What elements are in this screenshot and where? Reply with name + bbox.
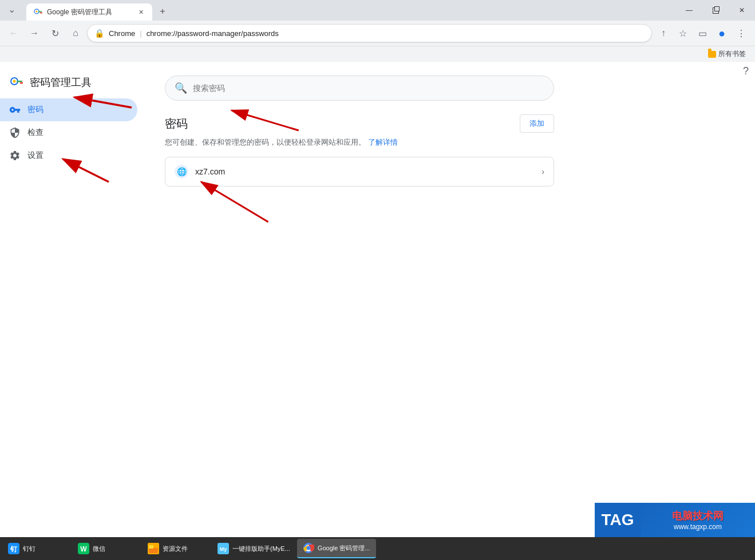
wechat-icon: W xyxy=(78,543,89,554)
explorer-label: 资源文件 xyxy=(163,545,188,553)
help-button[interactable]: ? xyxy=(737,62,755,80)
svg-rect-20 xyxy=(149,545,153,549)
chrome-taskbar-label: Google 密码管理... xyxy=(318,544,370,553)
dingtalk-icon: 钉 xyxy=(8,543,19,554)
svg-text:W: W xyxy=(80,545,87,553)
key-nav-icon xyxy=(9,104,21,116)
bookmarks-folder-label: 所有书签 xyxy=(718,49,746,59)
watermark-tag-box: TAG xyxy=(595,503,641,537)
taskbar-chrome[interactable]: Google 密码管理... xyxy=(297,539,376,558)
dingtalk-label: 钉钉 xyxy=(23,545,35,553)
explorer-icon xyxy=(148,543,159,554)
myexplorer-icon: My xyxy=(218,543,229,554)
section-header: 密码 添加 xyxy=(165,114,554,133)
minimize-icon xyxy=(686,6,693,14)
sidebar-item-passwords[interactable]: 密码 xyxy=(0,98,137,121)
address-url: chrome://password-manager/passwords xyxy=(147,29,645,38)
active-tab[interactable]: Google 密码管理工具 ✕ xyxy=(26,3,152,21)
wechat-label: 微信 xyxy=(93,545,105,553)
address-bar[interactable]: 🔒 Chrome | chrome://password-manager/pas… xyxy=(87,24,652,42)
new-tab-button[interactable]: + xyxy=(155,3,171,19)
svg-point-25 xyxy=(306,546,310,550)
bookmark-icon: ☆ xyxy=(679,28,687,39)
chrome-content: 密码管理工具 密码 检查 设置 xyxy=(0,62,755,537)
svg-point-1 xyxy=(36,11,38,13)
gear-nav-icon xyxy=(9,150,21,161)
tab-strip-chevron[interactable]: ⌄ xyxy=(2,0,21,18)
taskbar-dingtalk[interactable]: 钉 钉钉 xyxy=(2,539,71,558)
learn-more-link[interactable]: 了解详情 xyxy=(368,138,398,146)
sidebar-icon: ▭ xyxy=(698,28,707,39)
taskbar-explorer[interactable]: 资源文件 xyxy=(142,539,211,558)
taskbar-myexplorer[interactable]: My 一键排版助手(MyE... xyxy=(212,539,296,558)
chrome-taskbar-icon xyxy=(303,542,314,554)
svg-rect-4 xyxy=(41,13,42,14)
search-bar[interactable]: 🔍 xyxy=(165,76,554,101)
sidebar-settings-label: 设置 xyxy=(27,150,44,161)
svg-rect-19 xyxy=(149,548,158,553)
bookmark-button[interactable]: ☆ xyxy=(674,24,692,42)
shield-nav-icon xyxy=(9,127,21,138)
restore-button[interactable] xyxy=(702,0,729,21)
sidebar-checkup-label: 检查 xyxy=(27,128,44,138)
description-text: 您可创建、保存和管理您的密码，以便轻松登录网站和应用。 了解详情 xyxy=(165,137,737,148)
forward-icon: → xyxy=(30,28,39,38)
reload-icon: ↻ xyxy=(52,28,59,39)
sidebar-item-settings[interactable]: 设置 xyxy=(0,144,137,167)
menu-button[interactable]: ⋮ xyxy=(732,24,750,42)
svg-rect-3 xyxy=(40,13,41,14)
add-button[interactable]: 添加 xyxy=(520,114,554,133)
back-icon: ← xyxy=(9,28,18,38)
folder-icon xyxy=(708,51,716,58)
password-manager-logo-icon xyxy=(9,76,23,89)
sidebar-logo-text: 密码管理工具 xyxy=(30,76,92,89)
back-button[interactable]: ← xyxy=(5,24,23,42)
site-favicon: 🌐 xyxy=(175,165,188,178)
addressbar-actions: ↑ ☆ ▭ ● ⋮ xyxy=(654,24,750,42)
sidebar-logo: 密码管理工具 xyxy=(0,71,147,98)
tab-favicon xyxy=(33,7,42,17)
watermark-site-box: 电脑技术网 www.tagxp.com xyxy=(641,503,755,537)
close-button[interactable] xyxy=(729,0,755,21)
home-icon: ⌂ xyxy=(73,28,78,38)
reload-button[interactable]: ↻ xyxy=(46,24,64,42)
taskbar: 钉 钉钉 W 微信 资源文件 My xyxy=(0,537,755,560)
watermark-site-url: www.tagxp.com xyxy=(674,523,722,531)
home-button[interactable]: ⌂ xyxy=(66,24,85,42)
tab-title: Google 密码管理工具 xyxy=(47,7,132,17)
svg-rect-9 xyxy=(22,82,23,84)
svg-rect-7 xyxy=(17,81,22,82)
menu-icon: ⋮ xyxy=(737,28,746,39)
site-name: xz7.com xyxy=(195,167,535,176)
entry-chevron-icon: › xyxy=(541,167,544,176)
search-input[interactable] xyxy=(193,84,544,93)
watermark-site-name: 电脑技术网 xyxy=(672,509,724,523)
svg-text:My: My xyxy=(220,546,227,552)
sidebar: 密码管理工具 密码 检查 设置 xyxy=(0,62,147,537)
profile-icon: ● xyxy=(718,27,725,40)
share-button[interactable]: ↑ xyxy=(654,24,673,42)
minimize-button[interactable] xyxy=(676,0,702,21)
password-entry-xz7[interactable]: 🌐 xz7.com › xyxy=(165,157,554,186)
lock-icon: 🔒 xyxy=(94,29,104,38)
sidebar-toggle-button[interactable]: ▭ xyxy=(693,24,711,42)
svg-rect-8 xyxy=(20,82,22,84)
search-icon: 🔍 xyxy=(175,82,187,94)
bookmarks-bar: 所有书签 xyxy=(0,46,755,62)
window-controls xyxy=(676,0,755,21)
forward-button[interactable]: → xyxy=(25,24,44,42)
main-content: 🔍 密码 添加 您可创建、保存和管理您的密码，以便轻松登录网站和应用。 了解详情… xyxy=(147,62,755,537)
address-separator: | xyxy=(140,29,141,38)
restore-icon xyxy=(713,7,719,14)
bookmarks-folder[interactable]: 所有书签 xyxy=(703,48,750,60)
addressbar: ← → ↻ ⌂ 🔒 Chrome | chrome://password-man… xyxy=(0,21,755,46)
svg-text:钉: 钉 xyxy=(10,545,18,553)
taskbar-wechat[interactable]: W 微信 xyxy=(72,539,141,558)
tab-strip: Google 密码管理工具 ✕ + xyxy=(21,0,171,21)
profile-button[interactable]: ● xyxy=(713,24,731,42)
tab-close-button[interactable]: ✕ xyxy=(136,7,145,17)
search-bar-wrapper: 🔍 xyxy=(165,76,737,101)
share-icon: ↑ xyxy=(661,28,666,38)
help-icon[interactable]: ? xyxy=(737,62,755,80)
sidebar-item-checkup[interactable]: 检查 xyxy=(0,121,137,144)
